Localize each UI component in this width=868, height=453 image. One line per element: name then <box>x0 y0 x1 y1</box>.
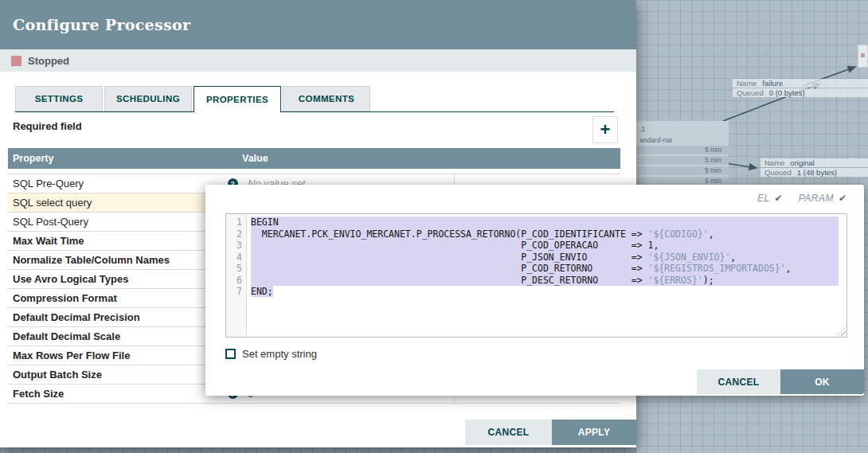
param-check-icon: ✔ <box>839 193 846 204</box>
label-key: Name <box>737 79 757 88</box>
processor-box-fragment: .1 andard-nar 5 min 5 min 5 min 5 min <box>625 121 729 185</box>
code-line: P_DESC_RETORNO => '${ERROS}'); <box>251 275 839 287</box>
table-header: Property Value <box>8 148 620 169</box>
property-name-cell: Max Wait Time <box>8 235 224 247</box>
el-check-icon: ✔ <box>775 193 783 204</box>
property-column-header: Property <box>8 153 242 164</box>
property-name-cell: Max Rows Per Flow File <box>8 350 224 361</box>
dialog-header: Configure Processor <box>0 0 636 49</box>
property-name-cell: SQL select query <box>8 197 224 209</box>
set-empty-string-checkbox[interactable] <box>225 349 236 359</box>
code-line: BEGIN <box>251 217 839 228</box>
el-supported-label: EL <box>757 193 770 204</box>
status-bar: Stopped <box>0 49 636 72</box>
processor-text-fragment: andard-nar <box>639 136 673 144</box>
connection-label-original: Nameoriginal Queued1 (48 bytes) <box>760 158 868 178</box>
connection-label-failure: Namefailure Queued0 (0 bytes) <box>733 79 868 98</box>
processor-stat-row: 5 min <box>625 166 729 175</box>
connection-queued-row: Queued1 (48 bytes) <box>760 168 868 177</box>
processor-text-fragment: .1 <box>639 125 645 133</box>
label-value: failure <box>762 79 783 88</box>
add-property-button[interactable]: + <box>592 116 618 143</box>
line-number: 5 <box>226 263 242 275</box>
label-value: original <box>790 158 815 167</box>
code-line: MERCANET.PCK_ENVIO_MERCANET.P_PROCESSA_R… <box>251 228 839 240</box>
plus-icon: + <box>600 119 611 140</box>
connection-queued-row: Queued0 (0 bytes) <box>733 88 868 97</box>
connection-name-row: Namefailure <box>733 79 868 88</box>
line-number: 1 <box>226 217 242 228</box>
tab-comments[interactable]: COMMENTS <box>283 86 370 111</box>
label-key: Queued <box>737 88 764 97</box>
processor-box-edge <box>858 45 868 68</box>
value-editor-popup: EL ✔ PARAM ✔ 1234567 BEGIN MERCANET.PCK_… <box>205 185 864 396</box>
screen: Namefailure Queued0 (0 bytes) Nameorigin… <box>0 0 868 453</box>
line-number: 6 <box>226 275 242 287</box>
processor-stats: 5 min 5 min 5 min 5 min <box>625 146 729 185</box>
editor-cancel-button[interactable]: CANCEL <box>697 369 780 394</box>
label-key: Name <box>764 158 784 167</box>
processor-stat-row: 5 min <box>625 177 729 185</box>
required-field-label: Required field <box>13 120 82 132</box>
code-line: END; <box>251 286 846 298</box>
dialog-title: Configure Processor <box>13 16 190 33</box>
tab-scheduling[interactable]: SCHEDULING <box>104 86 192 111</box>
code-line: P_JSON_ENVIO => '${JSON_ENVIO}', <box>251 252 839 264</box>
label-key: Queued <box>764 168 792 177</box>
tab-settings[interactable]: SETTINGS <box>15 86 103 111</box>
line-number: 7 <box>226 286 242 298</box>
label-value: 1 (48 bytes) <box>797 168 837 177</box>
property-name-cell: Default Decimal Precision <box>8 311 224 323</box>
processor-stat-row: 5 min <box>625 156 729 165</box>
connection-name-row: Nameoriginal <box>760 158 868 167</box>
cancel-button[interactable]: CANCEL <box>465 420 552 445</box>
tab-properties[interactable]: PROPERTIES <box>194 86 281 112</box>
code-line: P_COD_OPERACAO => 1, <box>251 240 839 252</box>
value-column-header: Value <box>242 153 268 164</box>
param-supported-label: PARAM <box>799 193 834 204</box>
property-name-cell: Output Batch Size <box>8 369 224 381</box>
property-name-cell: Use Avro Logical Types <box>8 273 224 285</box>
label-value: 0 (0 bytes) <box>769 88 805 97</box>
property-name-cell: SQL Pre-Query <box>8 178 224 189</box>
processor-stat-row: 5 min <box>625 146 729 154</box>
stopped-icon <box>11 56 22 66</box>
property-name-cell: SQL Post-Query <box>8 216 224 228</box>
apply-button[interactable]: APPLY <box>552 420 636 445</box>
editor-ok-button[interactable]: OK <box>780 369 864 394</box>
code-editor[interactable]: 1234567 BEGIN MERCANET.PCK_ENVIO_MERCANE… <box>225 213 847 338</box>
line-number: 4 <box>226 252 242 264</box>
code-line: P_COD_RETORNO => '${REGISTROS_IMPORTADOS… <box>251 263 839 275</box>
editor-gutter: 1234567 <box>226 214 247 337</box>
set-empty-string-label: Set empty string <box>242 348 317 360</box>
property-name-cell: Compression Format <box>8 292 224 304</box>
property-name-cell: Default Decimal Scale <box>8 330 224 342</box>
editor-code[interactable]: BEGIN MERCANET.PCK_ENVIO_MERCANET.P_PROC… <box>247 214 846 337</box>
table-row[interactable]: ? No value set <box>8 169 620 174</box>
editor-capabilities: EL ✔ PARAM ✔ <box>757 193 846 204</box>
property-name-cell: Normalize Table/Column Names <box>8 254 224 266</box>
line-number: 3 <box>226 240 242 252</box>
status-label: Stopped <box>28 55 69 67</box>
set-empty-string-row: Set empty string <box>225 348 317 360</box>
property-name-cell: Fetch Size <box>8 388 224 400</box>
tab-bar: SETTINGS SCHEDULING PROPERTIES COMMENTS <box>15 86 370 112</box>
line-number: 2 <box>226 228 242 240</box>
canvas-bottom-strip <box>0 447 636 453</box>
